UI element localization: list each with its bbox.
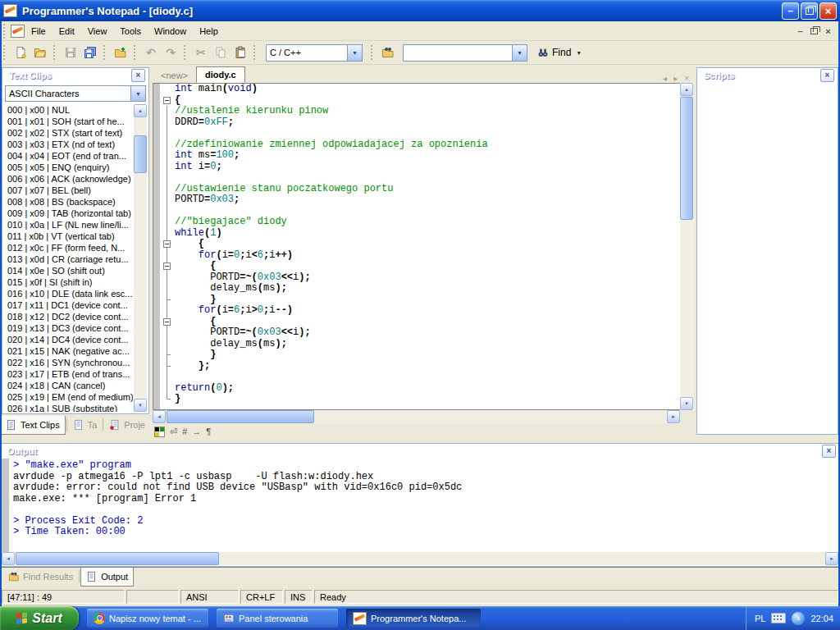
close-icon[interactable]: × [131,69,145,82]
scroll-left-icon[interactable]: ◄ [2,552,15,565]
scroll-up-icon[interactable]: ▲ [680,83,693,96]
mdi-restore-button[interactable] [807,25,821,37]
scrollbar-thumb[interactable] [16,552,219,565]
clip-item[interactable]: 005 | x05 | ENQ (enquiry) [5,162,133,173]
clips-scrollbar[interactable]: ▲ ▼ [134,104,147,412]
whitespace-icon[interactable]: → [192,427,201,436]
clip-item[interactable]: 006 | x06 | ACK (acknowledge) [5,173,133,185]
clip-item[interactable]: 018 | x12 | DC2 (device cont... [5,311,133,322]
toolbar-grip[interactable] [3,24,7,39]
fold-margin[interactable] [160,172,175,184]
taskbar-button-control-panel[interactable]: Panel sterowania [217,609,338,628]
tab-scroll-left-icon[interactable]: ◂ [663,74,667,83]
fold-margin[interactable] [160,327,175,339]
fold-margin[interactable] [160,239,175,250]
scroll-down-icon[interactable]: ▼ [134,399,147,412]
clip-item[interactable]: 017 | x11 | DC1 (device cont... [5,299,133,311]
cut-button[interactable]: ✂ [191,43,211,62]
clip-item[interactable]: 021 | x15 | NAK (negative ac... [5,345,133,357]
output-horizontal-scrollbar[interactable]: ◄ ► [2,552,838,565]
clips-list[interactable]: 000 | x00 | NUL001 | x01 | SOH (start of… [5,104,133,412]
tab-tags[interactable]: Ta [68,416,103,434]
start-button[interactable]: Start [0,606,79,630]
clip-item[interactable]: 013 | x0d | CR (carriage retu... [5,253,133,265]
fold-margin[interactable] [160,139,175,151]
fold-margin[interactable] [160,228,175,240]
line-endings-icon[interactable]: ¶ [206,427,211,436]
menu-window[interactable]: Window [148,24,193,39]
fold-margin[interactable] [160,128,175,139]
fold-margin[interactable] [160,294,175,306]
fold-margin[interactable] [160,194,175,206]
fold-margin[interactable] [160,361,175,372]
clip-item[interactable]: 008 | x08 | BS (backspace) [5,196,133,208]
fold-margin[interactable] [160,117,175,129]
fold-margin[interactable] [160,162,175,173]
chevron-down-icon[interactable]: ▼ [130,86,145,101]
editor-vertical-scrollbar[interactable]: ▲ ▼ [680,83,694,410]
menu-view[interactable]: View [81,24,114,39]
close-button[interactable]: × [819,2,837,20]
chevron-down-icon[interactable]: ▼ [512,45,527,61]
clip-item[interactable]: 025 | x19 | EM (end of medium) [5,391,133,403]
paste-button[interactable] [231,43,250,62]
fold-margin[interactable] [160,84,175,95]
fold-margin[interactable] [160,150,175,162]
chevron-down-icon[interactable]: ▼ [576,50,582,56]
scroll-down-icon[interactable]: ▼ [680,397,693,410]
fold-margin[interactable] [160,317,175,328]
copy-button[interactable] [211,43,231,62]
output-console[interactable]: > "make.exe" programavrdude -p atmega16 … [2,459,838,552]
tab-new-document[interactable]: <new> [153,68,196,83]
redo-button[interactable]: ↷ [161,43,180,62]
fold-collapse-icon[interactable] [163,240,171,248]
menu-edit[interactable]: Edit [52,24,81,39]
fold-margin[interactable] [160,261,175,272]
close-icon[interactable]: × [820,69,834,82]
menu-help[interactable]: Help [193,24,225,39]
fold-margin[interactable] [160,272,175,284]
tab-projects[interactable]: Proje [104,416,150,434]
fold-margin[interactable] [160,383,175,395]
open-file-button[interactable] [30,43,50,62]
clip-item[interactable]: 020 | x14 | DC4 (device cont... [5,334,133,345]
save-all-button[interactable] [80,43,100,62]
restore-button[interactable] [801,2,818,20]
code-editor[interactable]: int main(void){//ustalenie kierunku pino… [153,83,680,410]
undo-button[interactable]: ↶ [141,43,161,62]
clip-item[interactable]: 024 | x18 | CAN (cancel) [5,380,133,391]
minimize-button[interactable]: – [782,2,799,20]
clip-item[interactable]: 016 | x10 | DLE (data link esc... [5,288,133,299]
tab-find-results[interactable]: Find Results [3,568,78,586]
menu-file[interactable]: File [25,24,52,39]
menu-tools[interactable]: Tools [113,24,148,39]
fold-collapse-icon[interactable] [163,262,171,270]
clip-item[interactable]: 000 | x00 | NUL [5,104,133,116]
search-combo[interactable]: ▼ [403,44,527,62]
tab-text-clips[interactable]: Text Clips [0,416,66,435]
editor-horizontal-scrollbar[interactable]: ◄ ► [153,410,680,424]
clip-item[interactable]: 022 | x16 | SYN (synchronou... [5,357,133,368]
clip-item[interactable]: 010 | x0a | LF (NL new line/li... [5,219,133,231]
clip-item[interactable]: 003 | x03 | ETX (nd of text) [5,139,133,150]
scrollbar-thumb[interactable] [680,97,693,220]
save-button[interactable] [61,43,80,62]
line-numbers-icon[interactable]: # [182,427,187,436]
fold-margin[interactable] [160,349,175,361]
close-icon[interactable]: × [822,445,836,458]
clip-item[interactable]: 026 | x1a | SUB (substitute) [5,403,133,412]
taskbar-button-browser[interactable]: Napisz nowy temat - ... [87,609,208,628]
clip-item[interactable]: 019 | x13 | DC3 (device cont... [5,322,133,334]
fold-collapse-icon[interactable] [163,97,171,104]
mdi-minimize-button[interactable]: – [793,25,807,37]
open-project-button[interactable] [111,43,130,62]
clip-item[interactable]: 012 | x0c | FF (form feed, N... [5,242,133,253]
scroll-left-icon[interactable]: ◄ [153,410,166,423]
document-pencil-icon[interactable] [11,25,25,38]
clips-category-combo[interactable]: ASCII Characters ▼ [5,85,146,102]
clip-item[interactable]: 004 | x04 | EOT (end of tran... [5,150,133,162]
mdi-close-button[interactable]: × [821,25,835,37]
fold-margin[interactable] [160,283,175,294]
new-file-button[interactable] [11,43,30,62]
fold-margin[interactable] [160,217,175,228]
